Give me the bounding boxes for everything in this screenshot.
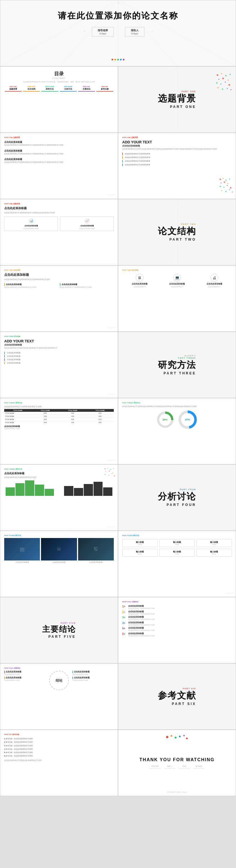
part-tag-4: PART ONE 选题背景· bbox=[4, 136, 114, 139]
title-6: 点击此处添加标题 bbox=[4, 206, 114, 210]
svg-point-20 bbox=[216, 82, 218, 84]
main-title-5: ADD YOUR TEXT bbox=[122, 140, 232, 144]
cn-title-4: 分析讨论 bbox=[158, 491, 196, 503]
part-tag-14: PART THREE 研究方法· bbox=[4, 468, 114, 470]
dots-cluster-1 bbox=[215, 72, 232, 96]
list-10: 点击此处添加标题 点击此处添加标题 点击此处添加标题 点击此处添加标题 bbox=[4, 352, 114, 364]
ref-22-intro: 1 参考文献：在此处添加简单文字说明 bbox=[4, 738, 114, 740]
slides-container: 请在此位置添加你的论文名称 指导老师 515ppt 报告人 515ppt bbox=[0, 0, 236, 796]
en-title: PART ONE bbox=[158, 105, 196, 109]
desc-5: 在此处添加简单文字说明 在此处添加简单文字说明 在此处添加简单文字说明 在此处添… bbox=[122, 148, 232, 150]
dots-14 bbox=[104, 467, 115, 486]
slide-title: 请在此位置添加你的论文名称 指导老师 515ppt 报告人 515ppt bbox=[0, 0, 236, 66]
ref-22-3: 3 参考文献：在此处添加简单文字说明 bbox=[4, 745, 114, 747]
thankyou-content: THANK YOU FOR WATCHING 学校/院系 报告人 时间 bbox=[139, 757, 214, 769]
sub-title-10: 点击此处添加副标题 bbox=[4, 343, 114, 346]
tag-17-1: 输入标题 TITLE bbox=[122, 539, 158, 547]
slide-part3-table: PART THREE 研究方法· 在此处添加简单文字说明添加简单文字说明 TIT… bbox=[0, 398, 118, 464]
slide-conclusion: PART FIVE 主要结论· 点击此处添加标题 在此处添加简单文字说明 点击此… bbox=[0, 663, 118, 730]
svg-point-19 bbox=[228, 80, 229, 81]
tag-grid-17: 输入标题 TITLE 输入标题 TITLE 输入标题 TITLE 输入标题 TI… bbox=[122, 539, 232, 557]
conclusion-text: 结论 bbox=[56, 678, 62, 683]
en-title-4: PART FOUR bbox=[158, 503, 196, 507]
desc-8: 在此处添加简单文字说明添加简单文字说明添加简单文字说明 bbox=[4, 279, 114, 281]
svg-point-29 bbox=[223, 178, 224, 179]
left-items-20: 点击此处添加标题 在此处添加简单文字说明 点击此处添加标题 在此处添加简单文字说… bbox=[4, 671, 45, 690]
content-item-4-3: 点击此处添加标题 在此处添加简单文字说明添加简单文字说明添加简单文字说明添加简单… bbox=[4, 158, 114, 164]
part-tag-20: PART FIVE 主要结论· bbox=[4, 667, 114, 670]
slide-part1-content: PART ONE 选题背景· 点击此处添加标题 在此处添加简单文字说明添加简单文… bbox=[0, 133, 118, 199]
toc-item-1: PART ONE 选题背景 bbox=[5, 86, 22, 92]
conclusion-circle-wrap: 结论 bbox=[48, 671, 70, 690]
svg-point-60 bbox=[108, 475, 109, 476]
en-title-3: PART THREE bbox=[158, 371, 196, 375]
svg-point-40 bbox=[225, 191, 227, 192]
content-item-4-2: 点击此处添加标题 在此处添加简单文字说明添加简单文字说明添加简单文字说明添加简单… bbox=[4, 149, 114, 155]
dots-5 bbox=[219, 178, 233, 196]
svg-point-22 bbox=[225, 82, 226, 83]
slide-part5-title: PART FIVE 主要结论 PART FIVE bbox=[0, 597, 118, 663]
cn-title: 选题背景 bbox=[158, 92, 196, 105]
part-tag-17: PART FOUR 分析讨论· bbox=[122, 534, 232, 537]
en-title-6: PART SIX bbox=[158, 702, 196, 706]
svg-point-13 bbox=[216, 74, 218, 76]
desc-13: 在此处添加简单文字说明在此处添加简单文字说明在此处添加简单文字说明在此处添加简单… bbox=[122, 405, 232, 408]
title-14: 点击此处添加标题 bbox=[4, 472, 114, 475]
thankyou-dots bbox=[163, 734, 191, 744]
part-tag-9: PART TWO 论文结构· bbox=[122, 269, 232, 272]
svg-point-25 bbox=[222, 89, 223, 90]
part4-label: PART FOUR bbox=[158, 489, 196, 491]
left-item-20-2: 点击此处添加标题 在此处添加简单文字说明 bbox=[4, 677, 45, 681]
watermark-4: 515PPT bbox=[107, 194, 115, 196]
svg-point-16 bbox=[230, 74, 231, 75]
desc-12: 在此处添加简单文字说明添加简单文字说明 bbox=[4, 405, 114, 408]
table-12: TITLE NAME TITLE NAME TITLE NAME TITLE N… bbox=[4, 409, 114, 424]
svg-point-56 bbox=[106, 471, 106, 472]
thankyou-school: 学校/院系 bbox=[149, 765, 161, 769]
slide-part4-tags: PART FOUR 分析讨论· 输入标题 TITLE 输入标题 TITLE 输入… bbox=[118, 531, 236, 597]
desc-14: 在此处添加简单文字说明添加简单文字说明 bbox=[4, 476, 114, 479]
svg-point-54 bbox=[110, 469, 111, 470]
slide-part4-photos: PART FOUR 分析讨论· 🏢 🏛 🏗 点击此处添加标题 点击此处添加标题 … bbox=[0, 531, 118, 597]
thankyou-footer: 更多精彩PPT模板 | 515ppt bbox=[118, 791, 236, 794]
diagram-item-6-1: 📊 点击此处添加标题 在此处添加简单文字说明 bbox=[4, 216, 58, 231]
svg-point-70 bbox=[171, 735, 172, 737]
info-boxes: 指导老师 515ppt 报告人 515ppt bbox=[0, 27, 236, 36]
thankyou-title: THANK YOU FOR WATCHING bbox=[139, 757, 214, 762]
toc-item-6: PART SIX 参考文献 bbox=[96, 86, 113, 92]
thankyou-time: 时间 bbox=[179, 765, 190, 769]
section4-title-block: PART FOUR 分析讨论 PART FOUR bbox=[152, 483, 202, 513]
svg-point-27 bbox=[230, 89, 232, 90]
content-list-4: 点击此处添加标题 在此处添加简单文字说明添加简单文字说明添加简单文字说明添加简单… bbox=[4, 141, 114, 164]
svg-point-57 bbox=[109, 470, 110, 472]
right-item-20-1: 点击此处添加标题 在此处添加简单文字说明 bbox=[72, 671, 114, 675]
svg-point-33 bbox=[224, 181, 225, 183]
svg-point-28 bbox=[220, 179, 221, 180]
diagram-item-6-2: 📈 点击此处添加标题 在此处添加简单文字说明 bbox=[60, 216, 114, 231]
toc-item-5: PART FIVE 主要结论 bbox=[78, 86, 95, 92]
icon-item-9-3: 🖨 点击此处添加标题 在此处添加简单文字 bbox=[197, 274, 232, 288]
toc-title: 目录 bbox=[5, 70, 113, 77]
svg-point-53 bbox=[108, 468, 108, 469]
sub-title-5: 点击此处添加副标题 bbox=[122, 145, 232, 147]
table-desc-12: 在此处添加简单文字说明 bbox=[4, 428, 114, 430]
svg-point-21 bbox=[220, 84, 222, 85]
item-19-2: 2+ 点击此处添加标题 在此处添加简单文字说明添加简单文字说明 bbox=[122, 611, 232, 615]
slide-part1-title: PART ONE 选题背景 PART ONE bbox=[118, 66, 236, 133]
slide-thankyou: THANK YOU FOR WATCHING 学校/院系 报告人 时间 bbox=[118, 730, 236, 796]
cn-title-2: 论文结构 bbox=[158, 225, 196, 238]
svg-point-30 bbox=[225, 180, 227, 181]
svg-point-74 bbox=[186, 738, 188, 739]
item-19-5: 5+ 点击此处添加标题 在此处添加简单文字说明添加简单文字说明 bbox=[122, 627, 232, 631]
ref-22-5: 5 参考文献：在此处添加简单文字说明 bbox=[4, 751, 114, 753]
svg-point-55 bbox=[113, 468, 114, 469]
svg-point-35 bbox=[220, 186, 221, 187]
toc-item-3: PART THREE 研究方法 bbox=[41, 86, 58, 92]
item-8-2: 点击此处添加标题 在此处添加简单文字说明添加简单文字说明 bbox=[60, 283, 114, 289]
photo-labels: 点击此处添加标题 点击此处添加标题 点击此处添加标题 bbox=[4, 561, 114, 563]
section2-title-block: PART TWO 论文结构 PART TWO bbox=[152, 218, 202, 247]
slide-part3-pie: PART THREE 研究方法· 在此处添加简单文字说明在此处添加简单文字说明在… bbox=[118, 398, 236, 464]
svg-point-41 bbox=[229, 189, 230, 190]
slide-title-text: 请在此位置添加你的论文名称 bbox=[0, 10, 236, 22]
slide-part2-content: PART TWO 论文结构· 点击此处添加标题 在此处添加简单文字说明添加简单文… bbox=[0, 265, 118, 332]
